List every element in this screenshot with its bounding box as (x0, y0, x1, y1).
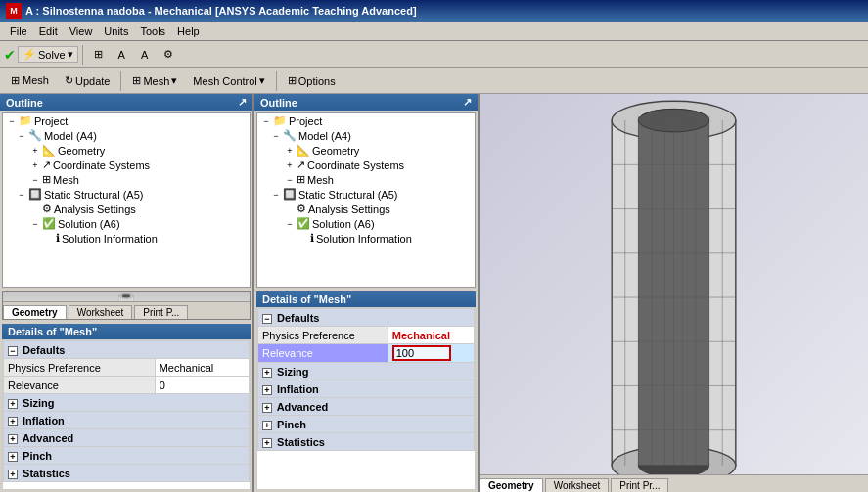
sizing-expand-right[interactable]: + (262, 368, 272, 378)
relevance-label-left: Relevance (4, 377, 156, 394)
r-tree-model[interactable]: − 🔧 Model (A4) (257, 128, 475, 143)
info-icon: ℹ (56, 232, 60, 245)
options-icon: ⊞ (288, 74, 297, 87)
left-details-header: Details of "Mesh" (2, 324, 251, 339)
mesh-icon: ⊞ (42, 173, 51, 186)
sizing-section-left: + Sizing (4, 394, 250, 412)
pinch-section-right: + Pinch (258, 416, 475, 433)
r-struct-icon: 🔲 (283, 188, 297, 201)
grid-icon: ⊞ (94, 48, 103, 61)
toolbar-a-btn[interactable]: A (112, 44, 132, 66)
pinch-expand-right[interactable]: + (262, 421, 272, 430)
mesh-sep-2 (276, 71, 277, 91)
right-outline-header: Outline ↗ (254, 94, 478, 111)
statistics-expand-left[interactable]: + (8, 470, 18, 479)
physics-label-right: Physics Preference (258, 327, 388, 344)
inflation-expand-left[interactable]: + (8, 417, 18, 426)
menu-edit[interactable]: Edit (33, 23, 64, 39)
toolbar-grid-btn[interactable]: ⊞ (87, 44, 110, 66)
tree-static-structural[interactable]: − 🔲 Static Structural (A5) (3, 187, 250, 201)
defaults-section-right: − Defaults (258, 309, 475, 327)
tree-coord-systems[interactable]: + ↗ Coordinate Systems (3, 157, 250, 172)
advanced-expand-left[interactable]: + (8, 434, 18, 444)
statistics-section-right: + Statistics (258, 433, 475, 451)
main-toolbar: ✔ ⚡ Solve ▾ ⊞ A A ⚙ (0, 41, 868, 68)
tree-model[interactable]: − 🔧 Model (A4) (3, 128, 250, 143)
r-mesh-icon: ⊞ (297, 173, 305, 186)
r-tree-sol-info[interactable]: ℹ Solution Information (257, 231, 475, 246)
right-outline-pin[interactable]: ↗ (463, 96, 472, 109)
options-button[interactable]: ⊞ Options (281, 70, 343, 92)
right-viewport-tabs: Geometry Worksheet Print Pr... (480, 474, 868, 492)
defaults-section-left: − Defaults (4, 341, 250, 359)
toolbar-settings-btn[interactable]: ⚙ (157, 44, 180, 66)
tree-geometry[interactable]: + 📐 Geometry (3, 143, 250, 157)
coord-icon: ↗ (42, 158, 51, 171)
mesh-toolbar: ⊞ Mesh ↻ Update ⊞ Mesh ▾ Mesh Control ▾ … (0, 68, 868, 94)
update-button[interactable]: ↻ Update (58, 70, 116, 92)
menu-file[interactable]: File (4, 23, 33, 39)
advanced-expand-right[interactable]: + (262, 403, 272, 413)
left-panel: Outline ↗ − 📁 Project − 🔧 Model (A4) + 📐 (0, 94, 254, 492)
check-icon: ✔ (4, 47, 16, 63)
relevance-row-right[interactable]: Relevance (258, 344, 475, 363)
relevance-value-right[interactable] (388, 344, 474, 363)
toolbar-a2-btn[interactable]: A (134, 44, 155, 66)
analysis-icon: ⚙ (42, 202, 52, 215)
solve-dropdown-icon[interactable]: ▾ (68, 48, 73, 61)
relevance-row-left: Relevance 0 (4, 377, 250, 394)
right-details-title: Details of "Mesh" (262, 293, 351, 305)
physics-row-left: Physics Preference Mechanical (4, 359, 250, 377)
solve-button[interactable]: ⚡ Solve ▾ (18, 46, 78, 63)
menu-bar: File Edit View Units Tools Help (0, 22, 868, 41)
sizing-expand-left[interactable]: + (8, 399, 18, 409)
right-details-panel: Details of "Mesh" − Defaults Physics Pre… (256, 291, 476, 490)
update-icon: ↻ (65, 74, 73, 87)
r-tree-analysis[interactable]: ⚙ Analysis Settings (257, 201, 475, 216)
mesh-control-btn[interactable]: Mesh Control ▾ (186, 70, 271, 92)
menu-tools[interactable]: Tools (134, 23, 171, 39)
menu-units[interactable]: Units (98, 23, 134, 39)
menu-view[interactable]: View (64, 23, 99, 39)
r-solution-icon: ✅ (297, 217, 310, 230)
tab-worksheet-left[interactable]: Worksheet (69, 305, 133, 319)
r-tree-coord[interactable]: + ↗ Coordinate Systems (257, 157, 475, 172)
left-details-title: Details of "Mesh" (8, 326, 97, 337)
r-tree-project[interactable]: − 📁 Project (257, 113, 475, 128)
tab-print-right[interactable]: Print Pr... (611, 478, 668, 492)
tab-geometry-left[interactable]: Geometry (3, 305, 67, 319)
right-outline-tree: − 📁 Project − 🔧 Model (A4) + 📐 Geometry (256, 112, 476, 288)
settings-icon: ⚙ (163, 48, 173, 61)
right-outline-title: Outline (260, 97, 297, 109)
relevance-input[interactable] (392, 345, 451, 361)
tab-worksheet-right[interactable]: Worksheet (545, 478, 610, 492)
r-tree-static[interactable]: − 🔲 Static Structural (A5) (257, 187, 475, 201)
menu-help[interactable]: Help (171, 23, 206, 39)
r-tree-geometry[interactable]: + 📐 Geometry (257, 143, 475, 157)
tab-print-left[interactable]: Print P... (134, 305, 188, 319)
solve-label: Solve (38, 49, 66, 61)
pinch-expand-left[interactable]: + (8, 452, 18, 462)
tree-solution-info[interactable]: ℹ Solution Information (3, 231, 250, 246)
title-bar: M A : Silnostenna nadoba - Mechanical [A… (0, 0, 868, 22)
tree-analysis-settings[interactable]: ⚙ Analysis Settings (3, 201, 250, 216)
r-geometry-icon: 📐 (297, 144, 310, 157)
r-tree-mesh[interactable]: − ⊞ Mesh (257, 172, 475, 187)
main-content: Outline ↗ − 📁 Project − 🔧 Model (A4) + 📐 (0, 94, 868, 492)
tree-project[interactable]: − 📁 Project (3, 113, 250, 128)
left-outline-pin[interactable]: ↗ (238, 96, 247, 109)
tree-solution[interactable]: − ✅ Solution (A6) (3, 216, 250, 231)
defaults-expand-left[interactable]: − (8, 346, 18, 356)
r-tree-solution[interactable]: − ✅ Solution (A6) (257, 216, 475, 231)
mesh-icon: ⊞ (132, 74, 141, 87)
tree-mesh[interactable]: − ⊞ Mesh (3, 172, 250, 187)
sizing-section-right: + Sizing (258, 363, 475, 380)
defaults-expand-right[interactable]: − (262, 314, 272, 324)
right-viewport: Geometry Worksheet Print Pr... (480, 94, 868, 492)
mesh-dropdown-btn[interactable]: ⊞ Mesh ▾ (125, 70, 184, 92)
mesh-label: ⊞ Mesh (4, 70, 56, 92)
statistics-expand-right[interactable]: + (262, 438, 272, 448)
pinch-section-left: + Pinch (4, 447, 250, 465)
tab-geometry-right[interactable]: Geometry (480, 478, 543, 492)
inflation-expand-right[interactable]: + (262, 385, 272, 395)
